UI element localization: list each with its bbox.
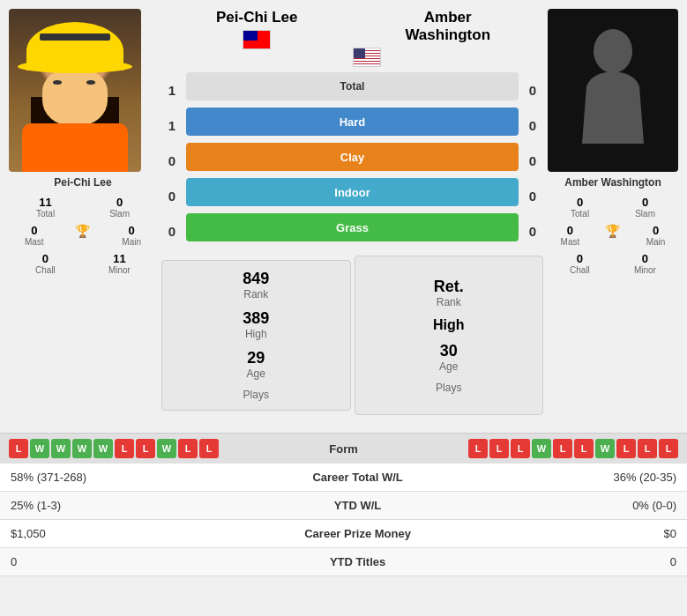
surface-buttons-col: Total Hard Clay Indoor Grass — [186, 72, 519, 249]
stat-center-label: Career Total W/L — [216, 464, 500, 492]
right-player-stats: 0 Total 0 Slam 0 Mast 🏆 — [548, 196, 678, 277]
hard-surface-btn[interactable]: Hard — [186, 108, 519, 136]
left-trophy-icon: 🏆 — [75, 224, 90, 247]
eye-right — [86, 80, 95, 85]
right-name-top: Amber Washington — [353, 9, 544, 67]
stat-center-label: YTD W/L — [216, 492, 500, 520]
form-label: Form — [329, 442, 358, 456]
left-form-pills: LWWWWLLWLL — [9, 439, 219, 458]
left-high-row: 389 High — [243, 309, 269, 340]
hat-logo — [40, 33, 110, 41]
left-stat-row-3: 0 Chall 11 Minor — [9, 252, 157, 275]
left-main-stat: 0 Main — [122, 224, 141, 247]
form-pill: L — [468, 439, 488, 458]
left-player-card: Pei-Chi Lee 11 Total 0 Slam 0 M — [9, 9, 157, 415]
form-pill: L — [489, 439, 509, 458]
left-name-top: Pei-Chi Lee — [161, 9, 353, 67]
right-total-stat: 0 Total — [571, 196, 589, 219]
right-scores-col: 0 0 0 0 0 — [522, 72, 543, 249]
form-pill: W — [93, 439, 113, 458]
names-row: Pei-Chi Lee Amber Washington — [161, 9, 543, 67]
left-flag — [161, 30, 353, 53]
indoor-surface-btn[interactable]: Indoor — [186, 178, 519, 206]
left-player-name: Pei-Chi Lee — [9, 176, 157, 189]
stats-table-row: 0YTD Titles0 — [0, 548, 687, 576]
right-trophy-icon: 🏆 — [605, 224, 620, 247]
form-pill: L — [511, 439, 530, 458]
left-stat-row-1: 11 Total 0 Slam — [9, 196, 157, 219]
total-surface-btn[interactable]: Total — [186, 72, 519, 100]
us-flag — [353, 48, 381, 67]
left-stat-row-2: 0 Mast 🏆 0 Main — [9, 224, 157, 247]
stat-left-value: 0 — [0, 548, 216, 576]
left-slam-stat: 0 Slam — [109, 196, 130, 219]
left-rank-row: 849 Rank — [243, 270, 269, 301]
form-pill: L — [659, 439, 678, 458]
stats-table: 58% (371-268)Career Total W/L36% (20-35)… — [0, 464, 687, 576]
stat-left-value: $1,050 — [0, 520, 216, 548]
right-stat-row-2: 0 Mast 🏆 0 Main — [548, 224, 678, 247]
form-pill: W — [72, 439, 92, 458]
left-age-row: 29 Age — [247, 349, 265, 380]
stats-table-row: 25% (1-3)YTD W/L0% (0-0) — [0, 492, 687, 520]
left-mast-stat: 0 Mast — [25, 224, 44, 247]
right-plays-row: Plays — [436, 382, 461, 394]
form-pill: L — [115, 439, 134, 458]
player-silhouette-svg — [569, 20, 657, 161]
form-section: LWWWWLLWLL Form LLLWLLWLLL — [0, 433, 687, 464]
right-form-pills: LLLWLLWLLL — [468, 439, 678, 458]
stat-center-label: Career Prize Money — [216, 520, 500, 548]
stat-center-label: YTD Titles — [216, 548, 500, 576]
right-name-line1: Amber — [424, 9, 472, 26]
stat-right-value: 36% (20-35) — [499, 464, 687, 492]
face — [42, 69, 108, 126]
left-info-box: 849 Rank 389 High 29 Age Plays — [161, 260, 351, 411]
form-pill: W — [595, 439, 615, 458]
stat-right-value: $0 — [499, 520, 687, 548]
left-player-photo — [9, 9, 141, 172]
right-minor-stat: 0 Minor — [634, 252, 656, 275]
center-panel: Pei-Chi Lee Amber Washington — [161, 9, 543, 415]
top-section: Pei-Chi Lee 11 Total 0 Slam 0 M — [0, 0, 687, 424]
left-scores-col: 1 1 0 0 0 — [161, 72, 183, 249]
right-age-row: 30 Age — [439, 342, 458, 373]
right-stat-row-1: 0 Total 0 Slam — [548, 196, 678, 219]
form-pill: L — [616, 439, 636, 458]
right-chall-stat: 0 Chall — [570, 252, 590, 275]
shirt — [22, 123, 128, 172]
form-pill: L — [199, 439, 219, 458]
left-plays-row: Plays — [243, 389, 269, 401]
stat-left-value: 25% (1-3) — [0, 492, 216, 520]
right-high-row: High — [433, 317, 465, 333]
form-pill: W — [532, 439, 551, 458]
svg-point-0 — [594, 29, 632, 73]
right-player-photo — [548, 9, 678, 172]
right-info-box: Ret. Rank High 30 Age Plays — [355, 256, 544, 415]
form-pill: W — [157, 439, 176, 458]
stat-right-value: 0 — [499, 548, 687, 576]
taiwan-flag — [243, 30, 271, 49]
right-stat-row-3: 0 Chall 0 Minor — [548, 252, 678, 275]
form-pill: L — [638, 439, 657, 458]
left-total-stat: 11 Total — [36, 196, 55, 219]
right-mast-stat: 0 Mast — [561, 224, 580, 247]
center-stats-boxes: 849 Rank 389 High 29 Age Plays — [161, 256, 543, 415]
stat-left-value: 58% (371-268) — [0, 464, 216, 492]
right-slam-stat: 0 Slam — [635, 196, 655, 219]
main-container: Pei-Chi Lee 11 Total 0 Slam 0 M — [0, 0, 687, 576]
left-minor-stat: 11 Minor — [108, 252, 131, 275]
stats-table-row: $1,050Career Prize Money$0 — [0, 520, 687, 548]
form-pill: L — [574, 439, 594, 458]
form-pill: L — [553, 439, 572, 458]
right-player-card: Amber Washington 0 Total 0 Slam 0 — [548, 9, 678, 415]
clay-surface-btn[interactable]: Clay — [186, 143, 519, 171]
stat-right-value: 0% (0-0) — [499, 492, 687, 520]
left-chall-stat: 0 Chall — [35, 252, 56, 275]
right-main-stat: 0 Main — [646, 224, 666, 247]
form-pill: L — [178, 439, 198, 458]
stats-table-row: 58% (371-268)Career Total W/L36% (20-35) — [0, 464, 687, 492]
form-pill: W — [51, 439, 71, 458]
right-ret-row: Ret. Rank — [434, 278, 464, 308]
form-pill: L — [9, 439, 28, 458]
grass-surface-btn[interactable]: Grass — [186, 213, 519, 241]
